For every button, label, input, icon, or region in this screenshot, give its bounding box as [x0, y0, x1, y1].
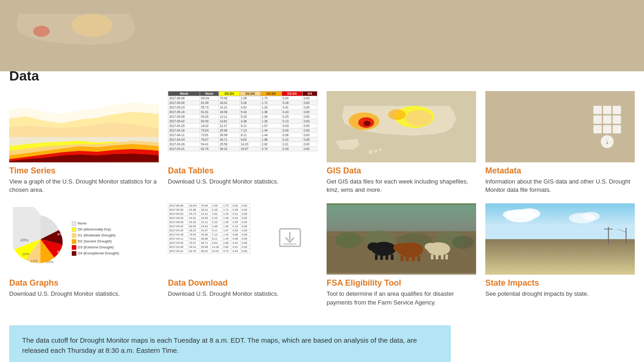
svg-rect-47: [406, 256, 409, 261]
gis-data-image: [327, 91, 476, 162]
pie-legend: None D0 (Abnormally Dry) D1 (Moderate Dr…: [72, 221, 119, 257]
svg-text:16%: 16%: [22, 252, 29, 256]
card-time-series[interactable]: Time Series View a graph of the U.S. Dro…: [9, 91, 159, 194]
svg-text:12%: 12%: [30, 259, 38, 263]
svg-point-59: [518, 208, 540, 219]
svg-point-14: [363, 121, 370, 126]
data-download-title: Data Download: [168, 278, 317, 288]
svg-point-15: [388, 109, 406, 120]
svg-rect-53: [436, 255, 438, 260]
card-state-impacts[interactable]: State Impacts See potential drought impa…: [485, 203, 635, 306]
data-download-desc: Download U.S. Drought Monitor statistics…: [168, 290, 317, 298]
state-impacts-title: State Impacts: [485, 278, 635, 288]
svg-rect-52: [431, 255, 434, 260]
info-banner: The data cutoff for Drought Monitor maps…: [9, 325, 451, 362]
data-graphs-title: Data Graphs: [9, 278, 159, 288]
data-tables-title: Data Tables: [168, 166, 317, 176]
svg-rect-42: [385, 255, 388, 260]
metadata-title: Metadata: [485, 166, 635, 176]
svg-point-16: [368, 150, 373, 155]
svg-rect-48: [412, 256, 415, 261]
card-data-download[interactable]: 2017-06-0663-D470.961.091.750.000.002017…: [168, 203, 317, 306]
svg-rect-46: [401, 256, 404, 261]
data-tables-image: Week None D0-D4 D1-D4 D2-D4 D3-D4 D4 201…: [168, 91, 317, 162]
metadata-desc: Information about the GIS data and other…: [485, 178, 635, 194]
state-impacts-image: [485, 203, 635, 275]
svg-point-34: [335, 232, 362, 248]
fsa-eligibility-image: [327, 203, 476, 275]
svg-rect-57: [485, 205, 635, 240]
data-tables-desc: Download U.S. Drought Monitor statistics…: [168, 178, 317, 186]
data-graphs-desc: Download U.S. Drought Monitor statistics…: [9, 290, 159, 298]
svg-rect-43: [391, 255, 394, 260]
svg-rect-49: [417, 256, 420, 261]
svg-rect-55: [445, 255, 448, 260]
time-series-image: [9, 91, 159, 162]
card-gis-data[interactable]: GIS Data Get GIS data files for each wee…: [327, 91, 476, 194]
card-fsa-eligibility[interactable]: FSA Eligibility Tool Tool to determine i…: [327, 203, 476, 306]
data-download-image: 2017-06-0663-D470.961.091.750.000.002017…: [168, 203, 317, 275]
svg-text:43%: 43%: [20, 238, 29, 242]
svg-text:10%: 10%: [46, 260, 53, 264]
state-impacts-desc: See potential drought impacts by state.: [485, 290, 635, 298]
svg-point-44: [368, 242, 380, 251]
gis-data-title: GIS Data: [327, 166, 476, 176]
svg-point-38: [452, 236, 474, 249]
info-banner-text: The data cutoff for Drought Monitor maps…: [22, 336, 417, 355]
card-data-tables[interactable]: Week None D0-D4 D1-D4 D2-D4 D3-D4 D4 201…: [168, 91, 317, 194]
gis-data-desc: Get GIS data files for each week includi…: [327, 178, 476, 194]
svg-point-62: [582, 212, 599, 221]
fsa-eligibility-title: FSA Eligibility Tool: [327, 278, 476, 288]
time-series-title: Time Series: [9, 166, 159, 176]
svg-text:4%: 4%: [57, 232, 63, 236]
svg-point-11: [406, 110, 432, 126]
card-metadata[interactable]: ↓ Metadata Information about the GIS dat…: [485, 91, 635, 194]
svg-rect-32: [327, 205, 476, 231]
svg-rect-40: [375, 255, 378, 260]
svg-rect-54: [441, 255, 444, 260]
svg-text:8%: 8%: [57, 250, 63, 254]
svg-point-56: [425, 243, 436, 251]
svg-point-18: [379, 149, 382, 151]
cards-grid: Time Series View a graph of the U.S. Dro…: [0, 91, 644, 316]
fsa-eligibility-desc: Tool to determine if an area qualifies f…: [327, 290, 476, 306]
data-graphs-image: 43% 16% 12% 10% 8% 4% None D0 (Abnormall…: [9, 203, 159, 275]
card-data-graphs[interactable]: 43% 16% 12% 10% 8% 4% None D0 (Abnormall…: [9, 203, 159, 306]
metadata-image: ↓: [485, 91, 635, 162]
svg-rect-41: [380, 255, 383, 260]
svg-point-60: [503, 210, 520, 219]
svg-rect-63: [485, 239, 635, 273]
time-series-desc: View a graph of the U.S. Drought Monitor…: [9, 178, 159, 194]
svg-point-17: [374, 149, 378, 153]
svg-point-50: [393, 243, 407, 252]
